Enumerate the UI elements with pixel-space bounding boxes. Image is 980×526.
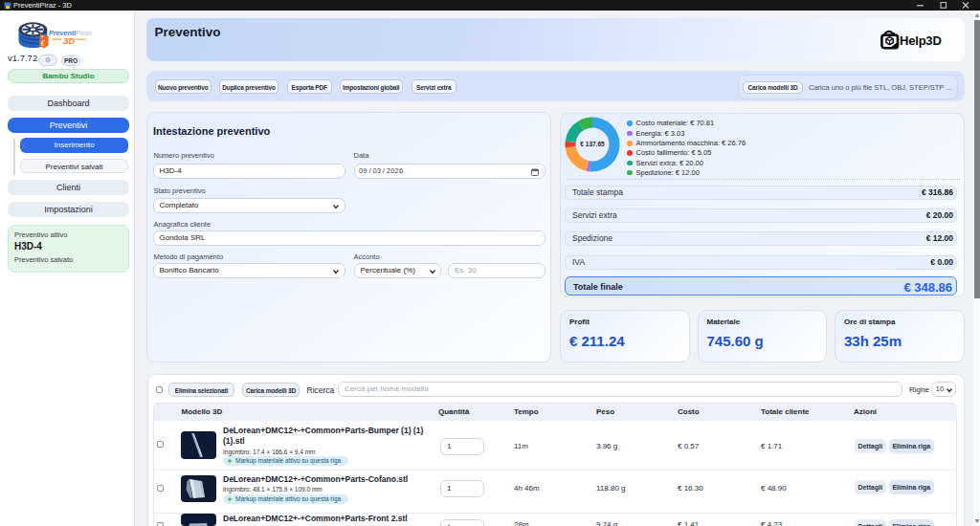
- svg-text:3D: 3D: [63, 35, 75, 46]
- svg-text:Piraz: Piraz: [76, 29, 93, 37]
